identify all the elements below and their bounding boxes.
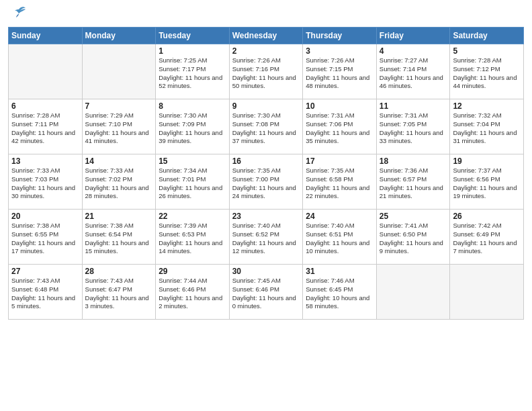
day-number: 2 — [232, 46, 300, 56]
day-info: Sunrise: 7:42 AM Sunset: 6:49 PM Dayligh… — [453, 222, 521, 256]
day-info: Sunrise: 7:31 AM Sunset: 7:06 PM Dayligh… — [306, 111, 373, 146]
day-info: Sunrise: 7:28 AM Sunset: 7:12 PM Dayligh… — [453, 56, 521, 91]
calendar-cell — [82, 44, 156, 99]
day-number: 14 — [85, 156, 153, 166]
day-number: 5 — [453, 46, 521, 56]
day-info: Sunrise: 7:26 AM Sunset: 7:16 PM Dayligh… — [232, 56, 300, 91]
day-number: 24 — [306, 212, 373, 221]
calendar-cell: 8Sunrise: 7:30 AM Sunset: 7:09 PM Daylig… — [156, 99, 230, 154]
calendar-cell: 12Sunrise: 7:32 AM Sunset: 7:04 PM Dayli… — [450, 99, 524, 154]
calendar-cell: 15Sunrise: 7:34 AM Sunset: 7:01 PM Dayli… — [156, 154, 230, 210]
day-info: Sunrise: 7:43 AM Sunset: 6:48 PM Dayligh… — [11, 277, 79, 311]
calendar-week-5: 27Sunrise: 7:43 AM Sunset: 6:48 PM Dayli… — [9, 265, 524, 320]
day-info: Sunrise: 7:46 AM Sunset: 6:45 PM Dayligh… — [306, 277, 373, 311]
day-info: Sunrise: 7:30 AM Sunset: 7:08 PM Dayligh… — [232, 111, 300, 146]
day-number: 12 — [453, 101, 521, 111]
day-info: Sunrise: 7:33 AM Sunset: 7:02 PM Dayligh… — [85, 167, 153, 201]
logo-bird-icon — [9, 4, 28, 23]
calendar-cell: 13Sunrise: 7:33 AM Sunset: 7:03 PM Dayli… — [9, 154, 83, 210]
day-info: Sunrise: 7:32 AM Sunset: 7:04 PM Dayligh… — [453, 111, 521, 146]
calendar-cell: 21Sunrise: 7:38 AM Sunset: 6:54 PM Dayli… — [82, 210, 156, 265]
day-number: 25 — [380, 212, 447, 221]
day-info: Sunrise: 7:43 AM Sunset: 6:47 PM Dayligh… — [85, 277, 153, 311]
day-info: Sunrise: 7:27 AM Sunset: 7:14 PM Dayligh… — [380, 56, 447, 91]
day-info: Sunrise: 7:36 AM Sunset: 6:57 PM Dayligh… — [380, 167, 447, 201]
day-number: 11 — [380, 101, 447, 111]
day-number: 15 — [159, 156, 226, 166]
day-number: 6 — [11, 101, 79, 111]
day-number: 8 — [159, 101, 226, 111]
day-number: 16 — [232, 156, 300, 166]
day-info: Sunrise: 7:33 AM Sunset: 7:03 PM Dayligh… — [11, 167, 79, 201]
calendar-week-4: 20Sunrise: 7:38 AM Sunset: 6:55 PM Dayli… — [9, 210, 524, 265]
calendar-cell: 19Sunrise: 7:37 AM Sunset: 6:56 PM Dayli… — [450, 154, 524, 210]
day-info: Sunrise: 7:38 AM Sunset: 6:55 PM Dayligh… — [11, 222, 79, 256]
day-number: 23 — [232, 212, 300, 221]
day-info: Sunrise: 7:40 AM Sunset: 6:51 PM Dayligh… — [306, 222, 373, 256]
calendar-cell: 11Sunrise: 7:31 AM Sunset: 7:05 PM Dayli… — [376, 99, 450, 154]
day-info: Sunrise: 7:39 AM Sunset: 6:53 PM Dayligh… — [159, 222, 226, 256]
calendar-cell: 23Sunrise: 7:40 AM Sunset: 6:52 PM Dayli… — [229, 210, 303, 265]
calendar-cell: 7Sunrise: 7:29 AM Sunset: 7:10 PM Daylig… — [82, 99, 156, 154]
day-number: 4 — [380, 46, 447, 56]
calendar-cell: 9Sunrise: 7:30 AM Sunset: 7:08 PM Daylig… — [229, 99, 303, 154]
calendar-week-3: 13Sunrise: 7:33 AM Sunset: 7:03 PM Dayli… — [9, 154, 524, 210]
calendar-cell: 3Sunrise: 7:26 AM Sunset: 7:15 PM Daylig… — [303, 44, 377, 99]
header — [8, 7, 524, 23]
day-number: 17 — [306, 156, 373, 166]
calendar-cell: 31Sunrise: 7:46 AM Sunset: 6:45 PM Dayli… — [303, 265, 377, 320]
calendar-cell: 27Sunrise: 7:43 AM Sunset: 6:48 PM Dayli… — [9, 265, 83, 320]
day-info: Sunrise: 7:28 AM Sunset: 7:11 PM Dayligh… — [11, 111, 79, 146]
day-info: Sunrise: 7:26 AM Sunset: 7:15 PM Dayligh… — [306, 56, 373, 91]
calendar-cell: 17Sunrise: 7:35 AM Sunset: 6:58 PM Dayli… — [303, 154, 377, 210]
day-number: 26 — [453, 212, 521, 221]
calendar-cell: 16Sunrise: 7:35 AM Sunset: 7:00 PM Dayli… — [229, 154, 303, 210]
day-info: Sunrise: 7:30 AM Sunset: 7:09 PM Dayligh… — [159, 111, 226, 146]
calendar-cell: 24Sunrise: 7:40 AM Sunset: 6:51 PM Dayli… — [303, 210, 377, 265]
calendar-cell: 10Sunrise: 7:31 AM Sunset: 7:06 PM Dayli… — [303, 99, 377, 154]
calendar-cell: 14Sunrise: 7:33 AM Sunset: 7:02 PM Dayli… — [82, 154, 156, 210]
day-info: Sunrise: 7:29 AM Sunset: 7:10 PM Dayligh… — [85, 111, 153, 146]
day-header-wednesday: Wednesday — [229, 28, 303, 44]
day-number: 21 — [85, 212, 153, 221]
day-number: 13 — [11, 156, 79, 166]
calendar-cell: 20Sunrise: 7:38 AM Sunset: 6:55 PM Dayli… — [9, 210, 83, 265]
day-info: Sunrise: 7:37 AM Sunset: 6:56 PM Dayligh… — [453, 167, 521, 201]
day-header-sunday: Sunday — [9, 28, 83, 44]
calendar-cell: 28Sunrise: 7:43 AM Sunset: 6:47 PM Dayli… — [82, 265, 156, 320]
day-info: Sunrise: 7:38 AM Sunset: 6:54 PM Dayligh… — [85, 222, 153, 256]
day-header-thursday: Thursday — [303, 28, 377, 44]
calendar-cell: 5Sunrise: 7:28 AM Sunset: 7:12 PM Daylig… — [450, 44, 524, 99]
calendar-cell: 6Sunrise: 7:28 AM Sunset: 7:11 PM Daylig… — [9, 99, 83, 154]
day-number: 22 — [159, 212, 226, 221]
calendar-cell: 4Sunrise: 7:27 AM Sunset: 7:14 PM Daylig… — [376, 44, 450, 99]
page-container: SundayMondayTuesdayWednesdayThursdayFrid… — [0, 0, 532, 325]
day-info: Sunrise: 7:45 AM Sunset: 6:46 PM Dayligh… — [232, 277, 300, 311]
day-header-monday: Monday — [82, 28, 156, 44]
logo — [8, 7, 28, 23]
day-header-friday: Friday — [376, 28, 450, 44]
calendar-cell — [9, 44, 83, 99]
calendar-cell: 26Sunrise: 7:42 AM Sunset: 6:49 PM Dayli… — [450, 210, 524, 265]
calendar-cell: 18Sunrise: 7:36 AM Sunset: 6:57 PM Dayli… — [376, 154, 450, 210]
day-number: 19 — [453, 156, 521, 166]
calendar-cell: 25Sunrise: 7:41 AM Sunset: 6:50 PM Dayli… — [376, 210, 450, 265]
calendar-cell: 1Sunrise: 7:25 AM Sunset: 7:17 PM Daylig… — [156, 44, 230, 99]
day-number: 10 — [306, 101, 373, 111]
day-number: 28 — [85, 267, 153, 276]
calendar-cell: 22Sunrise: 7:39 AM Sunset: 6:53 PM Dayli… — [156, 210, 230, 265]
calendar-cell: 29Sunrise: 7:44 AM Sunset: 6:46 PM Dayli… — [156, 265, 230, 320]
day-info: Sunrise: 7:41 AM Sunset: 6:50 PM Dayligh… — [380, 222, 447, 256]
calendar-cell: 30Sunrise: 7:45 AM Sunset: 6:46 PM Dayli… — [229, 265, 303, 320]
day-number: 20 — [11, 212, 79, 221]
day-number: 7 — [85, 101, 153, 111]
day-info: Sunrise: 7:35 AM Sunset: 7:00 PM Dayligh… — [232, 167, 300, 201]
day-info: Sunrise: 7:40 AM Sunset: 6:52 PM Dayligh… — [232, 222, 300, 256]
day-number: 29 — [159, 267, 226, 276]
day-number: 27 — [11, 267, 79, 276]
day-header-tuesday: Tuesday — [156, 28, 230, 44]
calendar-header-row: SundayMondayTuesdayWednesdayThursdayFrid… — [9, 28, 524, 44]
day-info: Sunrise: 7:34 AM Sunset: 7:01 PM Dayligh… — [159, 167, 226, 201]
calendar-cell — [376, 265, 450, 320]
calendar-cell — [450, 265, 524, 320]
